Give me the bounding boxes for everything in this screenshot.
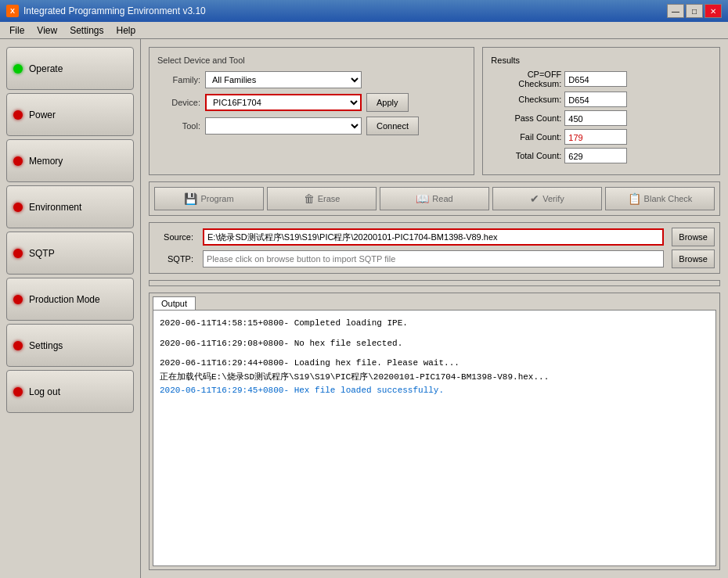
blank-check-icon: 📋 <box>628 192 641 205</box>
scroll-area[interactable] <box>149 280 720 286</box>
sidebar-item-label-power: Power <box>29 109 56 120</box>
checksum-value: D654 <box>564 92 627 107</box>
fail-count-row: Fail Count: 179 <box>491 129 712 145</box>
window-controls: — □ ✕ <box>667 4 722 18</box>
family-row: Family: All Families <box>157 71 466 88</box>
device-label: Device: <box>157 98 200 107</box>
pass-count-label: Pass Count: <box>491 113 561 123</box>
sidebar-item-label-sqtp: SQTP <box>29 248 55 259</box>
app-icon: X <box>6 5 19 17</box>
sidebar-item-production-mode[interactable]: Production Mode <box>6 278 134 321</box>
tool-label: Tool: <box>157 121 200 131</box>
family-label: Family: <box>157 75 200 84</box>
sidebar-item-label-production-mode: Production Mode <box>29 294 100 305</box>
menu-file[interactable]: File <box>3 23 31 38</box>
fail-count-label: Fail Count: <box>491 132 561 142</box>
source-browse-button[interactable]: Browse <box>672 228 715 246</box>
minimize-button[interactable]: — <box>667 4 684 18</box>
menu-bar: File View Settings Help <box>0 22 728 39</box>
blank-check-button[interactable]: 📋 Blank Check <box>605 187 715 210</box>
sqtp-input[interactable] <box>203 250 664 267</box>
action-toolbar: 💾 Program 🗑 Erase 📖 Read ✔ Verify 📋 Blan… <box>149 181 720 216</box>
sqtp-status-dot <box>13 249 23 258</box>
cp-off-checksum-label: CP=OFF Checksum: <box>491 70 561 88</box>
output-line: 正在加载代码E:\烧录SD测试程序\S19\S19\PIC程序\20200101… <box>160 371 709 385</box>
read-button[interactable]: 📖 Read <box>380 187 489 210</box>
production-mode-status-dot <box>13 295 23 304</box>
connect-button[interactable]: Connect <box>366 117 419 135</box>
pass-count-row: Pass Count: 450 <box>491 110 712 126</box>
sqtp-label: SQTP: <box>154 254 193 264</box>
sidebar-item-label-settings: Settings <box>29 340 63 351</box>
erase-label: Erase <box>318 194 341 203</box>
verify-label: Verify <box>542 194 564 203</box>
memory-status-dot <box>13 156 23 166</box>
program-label: Program <box>200 194 233 203</box>
select-device-panel: Select Device and Tool Family: All Famil… <box>149 47 474 175</box>
output-line <box>160 350 709 357</box>
verify-button[interactable]: ✔ Verify <box>492 187 602 210</box>
operate-status-dot <box>13 64 23 74</box>
sidebar-item-memory[interactable]: Memory <box>6 139 134 182</box>
sidebar-item-power[interactable]: Power <box>6 93 134 136</box>
apply-button[interactable]: Apply <box>366 93 409 112</box>
select-device-title: Select Device and Tool <box>157 56 466 65</box>
sqtp-row: SQTP: Browse <box>154 250 715 268</box>
sidebar-item-environment[interactable]: Environment <box>6 185 134 228</box>
source-input[interactable] <box>203 228 664 246</box>
sidebar-item-sqtp[interactable]: SQTP <box>6 232 134 275</box>
output-content: 2020-06-11T14:58:15+0800- Completed load… <box>153 310 716 566</box>
title-bar-left: X Integrated Programming Environment v3.… <box>6 5 206 17</box>
output-tab[interactable]: Output <box>153 296 196 310</box>
total-count-row: Total Count: 629 <box>491 148 712 163</box>
erase-button[interactable]: 🗑 Erase <box>267 187 377 210</box>
app-title: Integrated Programming Environment v3.10 <box>23 5 206 16</box>
sidebar-item-operate[interactable]: Operate <box>6 47 134 90</box>
checksum-row: Checksum: D654 <box>491 92 712 107</box>
device-select[interactable]: PIC16F1704 <box>205 94 362 111</box>
verify-icon: ✔ <box>530 192 539 205</box>
output-line: 2020-06-11T16:29:44+0800- Loading hex fi… <box>160 357 709 371</box>
program-icon: 💾 <box>184 192 197 205</box>
sqtp-browse-button[interactable]: Browse <box>672 250 715 268</box>
program-button[interactable]: 💾 Program <box>154 187 264 210</box>
sidebar-item-label-logout: Log out <box>29 386 60 397</box>
sidebar-item-label-environment: Environment <box>29 202 81 213</box>
erase-icon: 🗑 <box>304 192 315 205</box>
family-select[interactable]: All Families <box>205 71 362 88</box>
source-label: Source: <box>154 232 193 242</box>
tool-select[interactable] <box>205 117 362 135</box>
cp-off-checksum-row: CP=OFF Checksum: D654 <box>491 70 712 88</box>
read-label: Read <box>432 194 452 203</box>
output-panel: Output 2020-06-11T14:58:15+0800- Complet… <box>149 293 720 570</box>
menu-settings[interactable]: Settings <box>63 23 110 38</box>
output-line: 2020-06-11T16:29:45+0800- Hex file loade… <box>160 384 709 398</box>
maximize-button[interactable]: □ <box>686 4 703 18</box>
total-count-label: Total Count: <box>491 151 561 160</box>
sidebar-item-settings[interactable]: Settings <box>6 324 134 367</box>
device-row: Device: PIC16F1704 Apply <box>157 93 466 112</box>
content-area: Select Device and Tool Family: All Famil… <box>141 39 728 578</box>
tool-row: Tool: Connect <box>157 117 466 135</box>
results-panel: Results CP=OFF Checksum: D654 Checksum: … <box>482 47 720 175</box>
total-count-value: 629 <box>564 148 627 163</box>
sidebar-item-label-memory: Memory <box>29 156 63 167</box>
sidebar: Operate Power Memory Environment SQTP Pr… <box>0 39 141 578</box>
source-row: Source: Browse <box>154 228 715 246</box>
file-source-panel: Source: Browse SQTP: Browse <box>149 222 720 274</box>
sidebar-item-logout[interactable]: Log out <box>6 370 134 413</box>
title-bar: X Integrated Programming Environment v3.… <box>0 0 728 22</box>
output-line: 2020-06-11T14:58:15+0800- Completed load… <box>160 317 709 331</box>
read-icon: 📖 <box>416 192 429 205</box>
logout-status-dot <box>13 387 23 397</box>
menu-help[interactable]: Help <box>110 23 142 38</box>
pass-count-value: 450 <box>564 110 627 126</box>
settings-status-dot <box>13 341 23 350</box>
output-line: 2020-06-11T16:29:08+0800- No hex file se… <box>160 337 709 351</box>
blank-check-label: Blank Check <box>644 194 693 203</box>
close-button[interactable]: ✕ <box>705 4 722 18</box>
sidebar-item-label-operate: Operate <box>29 63 63 74</box>
menu-view[interactable]: View <box>31 23 63 38</box>
checksum-label: Checksum: <box>491 95 561 104</box>
results-title: Results <box>491 56 712 65</box>
